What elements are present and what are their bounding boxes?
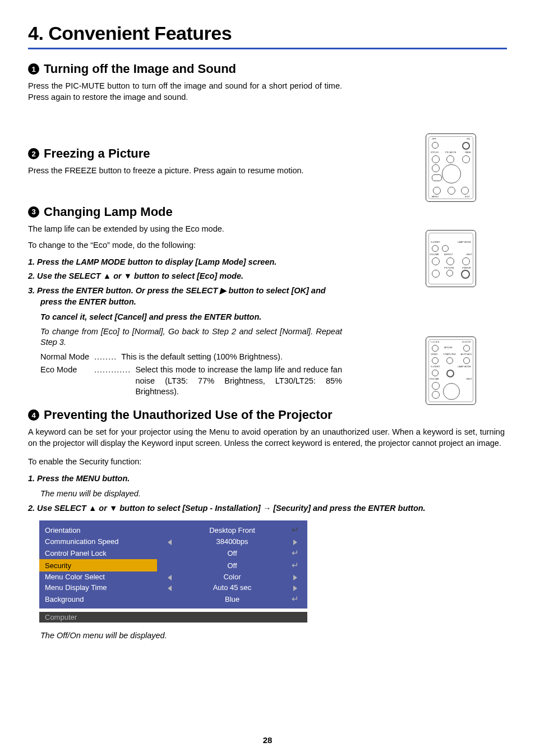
normal-mode-desc: This is the default setting (100% Bright…	[121, 352, 342, 363]
s3-change-back: To change from [Eco] to [Normal], Go bac…	[40, 326, 342, 348]
remote-lbl: FREEZE	[462, 266, 471, 269]
osd-row-value: 38400bps	[182, 536, 283, 547]
osd-arrow-right-icon: ↵	[283, 524, 307, 536]
s4-step-2: 2. Use SELECT ▲ or ▼ button to select [S…	[28, 503, 517, 514]
osd-row-value: Off	[182, 559, 283, 571]
osd-arrow-right-icon: ↵	[283, 593, 307, 605]
remote-lbl: PICTURE	[444, 266, 454, 269]
osd-arrow-right-icon: ↵	[283, 547, 307, 559]
circled-4-icon: 4	[28, 409, 39, 421]
osd-row-label: Orientation	[39, 524, 157, 536]
s3-step-1: 1. Press the LAMP MODE button to display…	[28, 257, 342, 268]
osd-row-label: Security	[39, 559, 157, 571]
osd-menu-row: Menu Display TimeAuto 45 sec	[39, 582, 307, 593]
section-4-p2: To enable the Security function:	[28, 457, 505, 468]
remote-lbl: HELP	[467, 377, 472, 380]
osd-menu-footer: Computer	[39, 612, 307, 623]
s3-step-2: 2. Use the SELECT ▲ or ▼ button to selec…	[28, 271, 342, 282]
mode-definitions: Normal Mode ........ This is the default…	[40, 352, 342, 398]
page-number: 28	[0, 735, 535, 745]
s4-step-1-sub: The menu will be displayed.	[40, 488, 505, 500]
osd-menu-row: Communication Speed38400bps	[39, 536, 307, 547]
osd-menu-row: SecurityOff↵	[39, 559, 307, 571]
osd-arrow-left-icon	[157, 571, 182, 582]
chapter-title: 4. Convenient Features	[28, 22, 507, 44]
osd-arrow-left-icon	[157, 593, 182, 605]
osd-arrow-right-icon	[283, 582, 307, 593]
dots: ........	[94, 352, 121, 363]
osd-row-label: Communication Speed	[39, 536, 157, 547]
section-2-body: Press the FREEZE button to freeze a pict…	[28, 165, 342, 177]
osd-row-value: Off	[182, 547, 283, 559]
remote-lbl: MENU	[432, 195, 439, 198]
osd-row-label: Menu Color Select	[39, 571, 157, 582]
remote-lbl: ASPECT	[444, 253, 453, 256]
remote-lbl: COMPUTER	[443, 353, 456, 356]
section-3-p1: The lamp life can be extended by using t…	[28, 224, 342, 235]
remote-lbl: MOUSE	[444, 346, 453, 349]
section-1-heading: 1 Turning off the Image and Sound	[28, 62, 342, 76]
osd-arrow-right-icon	[283, 571, 307, 582]
osd-row-value: Auto 45 sec	[182, 582, 283, 593]
s3-cancel: To cancel it, select [Cancel] and press …	[40, 312, 342, 323]
remote-lbl: OFF	[432, 137, 436, 140]
osd-arrow-left-icon	[157, 559, 182, 571]
normal-mode-term: Normal Mode	[40, 352, 94, 363]
section-1-title: Turning off the Image and Sound	[44, 62, 236, 76]
section-2-heading: 2 Freezing a Picture	[28, 146, 342, 161]
osd-row-label: Background	[39, 593, 157, 605]
s4-step-1: 1. Press the MENU button.	[28, 473, 517, 485]
remote-lbl: S-VIDEO	[431, 241, 440, 243]
osd-arrow-left-icon	[157, 524, 182, 536]
section-3-p2: To change to the “Eco” mode, do the foll…	[28, 240, 342, 251]
osd-menu-row: Control Panel LockOff↵	[39, 547, 307, 559]
section-1-body: Press the PIC-MUTE button to turn off th…	[28, 81, 342, 103]
osd-row-value: Blue	[182, 593, 283, 605]
section-3-heading: 3 Changing Lamp Mode	[28, 205, 342, 219]
remote-lbl: LAMP MODE	[458, 365, 471, 368]
remote-lbl: FOCUS	[431, 151, 439, 154]
osd-menu-row: OrientationDesktop Front↵	[39, 524, 307, 536]
remote-lbl: HELP	[467, 253, 472, 256]
section-4-p1: A keyword can be set for your projector …	[28, 427, 505, 449]
osd-arrow-left-icon	[157, 547, 182, 559]
osd-arrow-left-icon	[157, 536, 182, 547]
remote-lbl: ON	[467, 137, 470, 140]
remote-lbl: AUTO ADJ.	[460, 353, 472, 356]
circled-2-icon: 2	[28, 148, 39, 159]
osd-arrow-right-icon	[283, 536, 307, 547]
dots: .............	[94, 365, 135, 398]
remote-lbl: LAMP MODE	[458, 241, 471, 243]
section-3-title: Changing Lamp Mode	[44, 205, 173, 219]
circled-3-icon: 3	[28, 206, 39, 218]
eco-mode-desc: Select this mode to increase the lamp li…	[135, 365, 342, 398]
eco-mode-term: Eco Mode	[40, 365, 94, 398]
s3-step-3: 3. Press the ENTER button. Or press the …	[28, 285, 342, 307]
osd-row-value: Color	[182, 571, 283, 582]
remote-lbl: VOLUME	[430, 377, 439, 380]
remote-lbl: VOLUME	[430, 253, 439, 256]
osd-menu-table: OrientationDesktop Front↵Communication S…	[39, 524, 307, 605]
remote-illustration-1: OFF ON FOCUS PIC-MUTE PAGE MENU EXIT	[426, 133, 476, 202]
chapter-rule	[28, 48, 507, 49]
remote-illustration-3: L-CLICK R-CLICK MOUSE VIDEO COMPUTER AUT…	[426, 336, 476, 405]
remote-lbl: L-CLICK	[431, 340, 439, 343]
section-4-title: Preventing the Unauthorized Use of the P…	[44, 408, 333, 422]
remote-lbl: R-CLICK	[462, 340, 471, 343]
s4-after-menu: The Off/On menu will be displayed.	[40, 630, 505, 642]
osd-menu-row: BackgroundBlue↵	[39, 593, 307, 605]
section-4-heading: 4 Preventing the Unauthorized Use of the…	[28, 408, 507, 422]
osd-row-value: Desktop Front	[182, 524, 283, 536]
remote-lbl: PAGE	[465, 151, 471, 154]
remote-lbl: PIC-MUTE	[445, 151, 456, 154]
remote-illustration-2: S-VIDEO LAMP MODE VOLUME ASPECT HELP PIC…	[426, 230, 476, 287]
osd-row-label: Menu Display Time	[39, 582, 157, 593]
osd-arrow-right-icon: ↵	[283, 559, 307, 571]
remote-lbl: S-VIDEO	[431, 365, 440, 368]
osd-row-label: Control Panel Lock	[39, 547, 157, 559]
circled-1-icon: 1	[28, 63, 39, 75]
osd-arrow-left-icon	[157, 582, 182, 593]
osd-menu-row: Menu Color SelectColor	[39, 571, 307, 582]
remote-lbl: VIDEO	[431, 353, 437, 356]
remote-lbl: EXIT	[465, 195, 470, 198]
